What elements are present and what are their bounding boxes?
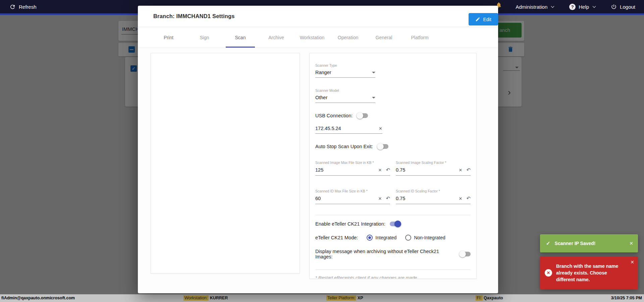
tab-general[interactable]: General xyxy=(366,27,402,48)
undo-icon[interactable]: ↶ xyxy=(386,167,390,173)
tab-scan[interactable]: Scan xyxy=(222,27,258,48)
modal-title: Branch: IMMCHAND1 Settings xyxy=(153,13,235,19)
scanned-id-row: Scanned ID Max File Size in KB * 60 ✕ ↶ … xyxy=(315,189,471,204)
scanner-ip-field[interactable]: 172.45.5.24 ✕ xyxy=(315,126,382,134)
scanned-id-scaling-field[interactable]: Scanned ID Scaling Factor * 0.75 ✕ ↶ xyxy=(396,189,471,204)
clear-icon[interactable]: ✕ xyxy=(459,196,463,201)
section-divider xyxy=(315,269,471,270)
help-label: Help xyxy=(579,4,589,10)
tab-platform[interactable]: Platform xyxy=(402,27,438,48)
scanned-id-max-label: Scanned ID Max File Size in KB * xyxy=(315,189,390,193)
workstation-label: Workstation: xyxy=(183,295,209,301)
scan-preview-panel xyxy=(151,53,300,274)
administration-menu[interactable]: Administration xyxy=(516,4,554,10)
undo-icon[interactable]: ↶ xyxy=(466,195,471,201)
usb-connection-toggle[interactable] xyxy=(357,113,368,118)
scanned-image-scaling-label: Scanned Image Scaling Factor * xyxy=(396,161,471,165)
scanner-model-select[interactable]: Scanner Model Other xyxy=(315,88,375,103)
usb-connection-label: USB Connection: xyxy=(315,113,353,118)
enable-eteller-row: Enable eTeller CK21 Integration: xyxy=(315,221,471,227)
workstation-status: Workstation: KURRER xyxy=(183,296,228,300)
topbar-right: Administration ? Help Logout xyxy=(516,4,635,10)
administration-label: Administration xyxy=(516,4,547,10)
settings-tabbar: Print Sign Scan Archive Workstation Oper… xyxy=(138,27,498,48)
eteller-mode-row: eTeller CK21 Mode: Integrated Non-Integr… xyxy=(315,235,471,241)
undo-icon[interactable]: ↶ xyxy=(466,167,471,173)
scanned-id-max-field[interactable]: Scanned ID Max File Size in KB * 60 ✕ ↶ xyxy=(315,189,390,204)
help-menu[interactable]: ? Help xyxy=(569,4,595,10)
auto-stop-label: Auto Stop Scan Upon Exit: xyxy=(315,144,373,149)
display-message-label: Display message when archiving without e… xyxy=(315,249,455,259)
restart-note: * Restart eReceipts client if any change… xyxy=(315,275,471,279)
topbar-left: Refresh xyxy=(9,4,37,10)
mode-integrated-option[interactable]: Integrated xyxy=(367,235,396,241)
refresh-button[interactable]: Refresh xyxy=(9,4,37,10)
scanned-image-scaling-field[interactable]: Scanned Image Scaling Factor * 0.75 ✕ ↶ xyxy=(396,161,471,176)
enable-eteller-label: Enable eTeller CK21 Integration: xyxy=(315,221,385,227)
clear-icon[interactable]: ✕ xyxy=(378,196,382,201)
scanner-ip-value: 172.45.5.24 xyxy=(315,126,375,131)
scanned-image-max-value: 125 xyxy=(315,167,375,173)
tab-archive[interactable]: Archive xyxy=(258,27,294,48)
scanned-image-scaling-value: 0.75 xyxy=(396,167,455,173)
auto-stop-row: Auto Stop Scan Upon Exit: xyxy=(315,144,471,149)
clear-icon[interactable]: ✕ xyxy=(378,168,382,173)
logged-in-user: fiAdmin@qaxpauto.onmicrosoft.com xyxy=(1,296,75,300)
scanner-type-label: Scanner Type xyxy=(315,63,375,67)
teller-platform-value: XP xyxy=(358,296,363,300)
toggle-knob xyxy=(394,221,401,227)
eteller-mode-label: eTeller CK21 Mode: xyxy=(315,235,358,240)
error-toast: ✕ Branch with the same name already exis… xyxy=(540,256,638,289)
toggle-knob xyxy=(357,112,363,119)
fi-label: FI: xyxy=(476,295,483,301)
clear-icon[interactable]: ✕ xyxy=(459,168,463,173)
tab-operation[interactable]: Operation xyxy=(330,27,366,48)
chevron-down-icon xyxy=(593,4,596,8)
modal-header: Branch: IMMCHAND1 Settings Edit xyxy=(138,6,498,27)
tab-sign[interactable]: Sign xyxy=(186,27,222,48)
tab-print[interactable]: Print xyxy=(151,27,186,48)
enable-eteller-toggle[interactable] xyxy=(390,222,401,226)
refresh-icon xyxy=(9,4,16,10)
mode-non-integrated-option[interactable]: Non-Integrated xyxy=(405,235,445,241)
toggle-knob xyxy=(377,143,384,150)
edit-button[interactable]: Edit xyxy=(469,13,498,25)
auto-stop-toggle[interactable] xyxy=(377,144,388,149)
clear-icon[interactable]: ✕ xyxy=(379,126,382,131)
scanned-image-max-field[interactable]: Scanned Image Max File Size in KB * 125 … xyxy=(315,161,390,176)
scanner-type-value: Ranger xyxy=(315,70,372,75)
logout-label: Logout xyxy=(620,4,635,10)
scanned-id-scaling-value: 0.75 xyxy=(396,196,455,201)
display-message-row: Display message when archiving without e… xyxy=(315,249,471,259)
mode-integrated-label: Integrated xyxy=(375,235,396,240)
edit-pencil-icon xyxy=(475,17,480,22)
scanner-type-select[interactable]: Scanner Type Ranger xyxy=(315,63,375,78)
success-check-icon: ✓ xyxy=(546,240,550,246)
radio-icon xyxy=(405,235,411,241)
teller-platform-label: Teller Platform: xyxy=(326,295,356,301)
scan-settings-panel: Scanner Type Ranger Scanner Model Other … xyxy=(309,53,477,279)
success-toast-message: Scanner IP Saved! xyxy=(555,241,596,246)
power-icon xyxy=(611,4,617,10)
logout-button[interactable]: Logout xyxy=(611,4,635,10)
scanner-model-label: Scanner Model xyxy=(315,88,375,93)
close-icon[interactable]: ✕ xyxy=(629,241,633,246)
usb-connection-row: USB Connection: xyxy=(315,113,471,118)
scanned-image-max-label: Scanned Image Max File Size in KB * xyxy=(315,161,390,165)
mode-non-integrated-label: Non-Integrated xyxy=(414,235,445,240)
status-datetime: 3/10/25 7:05 PM xyxy=(611,296,642,300)
statusbar: fiAdmin@qaxpauto.onmicrosoft.com Worksta… xyxy=(0,294,644,302)
toggle-knob xyxy=(459,251,466,257)
scanned-id-max-value: 60 xyxy=(315,196,375,201)
display-message-toggle[interactable] xyxy=(460,252,471,256)
caret-down-icon xyxy=(372,72,375,73)
refresh-label: Refresh xyxy=(19,4,37,10)
undo-icon[interactable]: ↶ xyxy=(386,195,390,201)
tab-workstation[interactable]: Workstation xyxy=(294,27,330,48)
branch-settings-modal: Branch: IMMCHAND1 Settings Edit Print Si… xyxy=(138,6,498,293)
scanned-id-scaling-label: Scanned ID Scaling Factor * xyxy=(396,189,471,193)
close-icon[interactable]: ✕ xyxy=(630,259,634,265)
success-toast: ✓ Scanner IP Saved! ✕ xyxy=(540,234,638,252)
chevron-down-icon xyxy=(551,4,554,8)
workstation-value: KURRER xyxy=(210,296,228,300)
